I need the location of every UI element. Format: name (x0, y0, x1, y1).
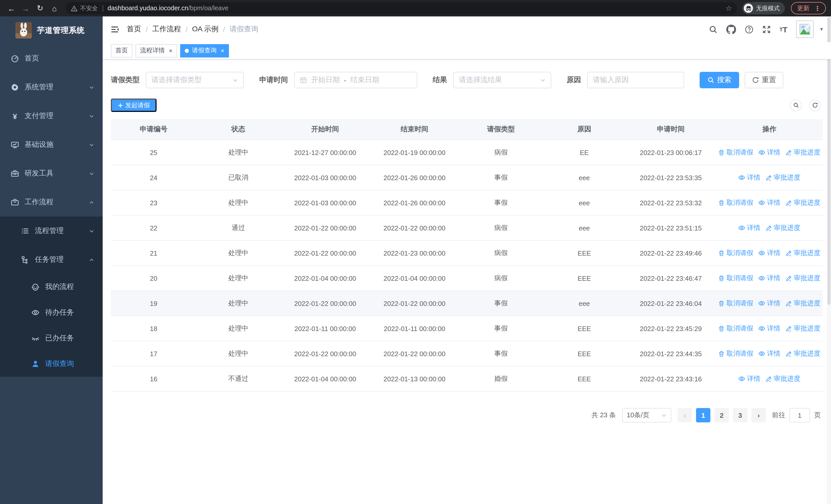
progress-action-link[interactable]: 审批进度 (785, 198, 821, 207)
breadcrumb-item[interactable]: 工作流程 (152, 25, 181, 34)
page-scrollbar[interactable] (827, 17, 831, 504)
list-icon (21, 227, 30, 235)
page-button-2[interactable]: 2 (715, 408, 729, 422)
progress-action-link[interactable]: 审批进度 (766, 173, 800, 182)
app-logo[interactable]: 芋道管理系统 (0, 17, 103, 44)
chevron-down-icon (89, 142, 94, 148)
progress-action-link[interactable]: 审批进度 (785, 324, 821, 333)
github-icon[interactable] (726, 24, 736, 34)
progress-action-link[interactable]: 审批进度 (785, 349, 821, 358)
table-cell: eee (543, 199, 626, 207)
cancel-action-link[interactable]: 取消请假 (718, 324, 753, 333)
sidebar-item-流程管理[interactable]: 流程管理 (0, 216, 103, 245)
table-cell: 已取消 (196, 173, 280, 182)
pen-icon (785, 350, 792, 357)
table-cell: 23 (111, 199, 196, 207)
sidebar-item-label: 请假查询 (45, 359, 74, 368)
close-tab-icon[interactable]: × (169, 48, 172, 54)
prev-page-button[interactable]: ‹ (678, 408, 692, 422)
create-leave-button[interactable]: 发起请假 (111, 98, 156, 112)
next-page-button[interactable]: › (751, 408, 766, 422)
cancel-action-link[interactable]: 取消请假 (718, 349, 753, 358)
url-bar[interactable]: 不安全 dashboard.yudao.iocoder.cn/bpm/oa/le… (66, 2, 737, 14)
table-cell-actions: 详情审批进度 (716, 374, 823, 383)
scrollbar-thumb[interactable] (827, 18, 830, 305)
breadcrumb-item[interactable]: 首页 (127, 25, 141, 34)
action-label: 详情 (747, 223, 761, 233)
detail-action-link[interactable]: 详情 (758, 198, 780, 207)
reset-button[interactable]: 重置 (745, 72, 783, 88)
refresh-table-button[interactable] (809, 99, 821, 111)
table-cell-actions: 取消请假详情审批进度 (716, 248, 823, 258)
table-cell: 19 (111, 299, 196, 307)
detail-action-link[interactable]: 详情 (738, 374, 761, 383)
sidebar-item-已办任务[interactable]: 已办任务 (0, 325, 103, 351)
table-cell: 事假 (459, 198, 543, 207)
topbar: 首页/工作流程/OA 示例/请假查询 TT (103, 17, 831, 42)
detail-action-link[interactable]: 详情 (758, 349, 780, 358)
font-size-icon[interactable]: TT (780, 25, 787, 34)
sidebar-item-支付管理[interactable]: ¥支付管理 (0, 101, 103, 130)
close-tab-icon[interactable]: × (221, 48, 224, 54)
progress-action-link[interactable]: 审批进度 (785, 299, 821, 308)
sidebar-item-我的流程[interactable]: 我的流程 (0, 274, 103, 300)
bookmark-star-icon[interactable]: ☆ (725, 4, 732, 12)
tab-流程详情[interactable]: 流程详情× (136, 44, 177, 57)
sidebar-item-系统管理[interactable]: 系统管理 (0, 73, 103, 101)
sidebar-item-请假查询[interactable]: 请假查询 (0, 351, 103, 377)
search-button[interactable]: 搜索 (699, 72, 739, 88)
search-icon[interactable] (709, 25, 718, 34)
security-warning[interactable]: 不安全 (71, 4, 98, 12)
tab-请假查询[interactable]: 请假查询× (180, 44, 229, 57)
apply-time-range-picker[interactable]: 开始日期 - 结束日期 (294, 72, 417, 88)
browser-update-button[interactable]: 更新 ⋮ (791, 2, 826, 14)
browser-menu-icon[interactable]: ⋮ (814, 4, 821, 12)
detail-action-link[interactable]: 详情 (758, 299, 780, 308)
avatar-caret-icon[interactable]: ▼ (819, 27, 824, 32)
monitor-icon (10, 141, 20, 149)
detail-action-link[interactable]: 详情 (758, 248, 780, 258)
progress-action-link[interactable]: 审批进度 (785, 273, 821, 283)
sidebar-item-首页[interactable]: 首页 (0, 44, 103, 73)
cancel-action-link[interactable]: 取消请假 (718, 248, 753, 258)
reload-icon[interactable]: ↻ (34, 2, 46, 14)
sidebar-item-任务管理[interactable]: 任务管理 (0, 245, 103, 274)
collapse-sidebar-icon[interactable] (110, 24, 120, 34)
sidebar-item-待办任务[interactable]: 待办任务 (0, 300, 103, 325)
detail-action-link[interactable]: 详情 (738, 173, 761, 182)
goto-page-input[interactable]: 1 (790, 408, 810, 422)
home-icon[interactable]: ⌂ (48, 2, 61, 14)
help-icon[interactable] (745, 25, 753, 34)
detail-action-link[interactable]: 详情 (758, 324, 780, 333)
leave-type-select[interactable]: 请选择请假类型 (146, 72, 244, 88)
cancel-action-link[interactable]: 取消请假 (718, 148, 753, 157)
avatar[interactable] (796, 21, 813, 38)
cancel-action-link[interactable]: 取消请假 (718, 198, 753, 207)
sidebar-item-工作流程[interactable]: 工作流程 (0, 188, 103, 216)
detail-action-link[interactable]: 详情 (738, 223, 761, 233)
table-cell: 21 (111, 249, 196, 257)
progress-action-link[interactable]: 审批进度 (785, 248, 821, 258)
cancel-action-link[interactable]: 取消请假 (718, 273, 753, 283)
reason-input[interactable]: 请输入原因 (587, 72, 684, 88)
progress-action-link[interactable]: 审批进度 (785, 148, 821, 157)
sidebar-item-研发工具[interactable]: 研发工具 (0, 159, 103, 188)
toggle-search-button[interactable] (790, 99, 802, 111)
page-size-select[interactable]: 10条/页 (622, 408, 671, 422)
table-cell: 2022-01-13 00:00:00 (370, 375, 459, 383)
fullscreen-icon[interactable] (762, 25, 771, 34)
progress-action-link[interactable]: 审批进度 (766, 223, 800, 233)
omnibox-divider (103, 5, 103, 11)
result-select[interactable]: 请选择流结果 (453, 72, 551, 88)
detail-action-link[interactable]: 详情 (758, 273, 780, 283)
breadcrumb-item[interactable]: OA 示例 (192, 25, 219, 34)
page-button-1[interactable]: 1 (696, 408, 710, 422)
page-button-3[interactable]: 3 (733, 408, 747, 422)
tab-首页[interactable]: 首页 (111, 44, 133, 57)
sidebar-item-基础设施[interactable]: 基础设施 (0, 130, 103, 159)
forward-icon[interactable]: → (20, 2, 32, 14)
cancel-action-link[interactable]: 取消请假 (718, 299, 753, 308)
back-icon[interactable]: ← (5, 2, 18, 14)
detail-action-link[interactable]: 详情 (758, 148, 780, 157)
progress-action-link[interactable]: 审批进度 (766, 374, 800, 383)
